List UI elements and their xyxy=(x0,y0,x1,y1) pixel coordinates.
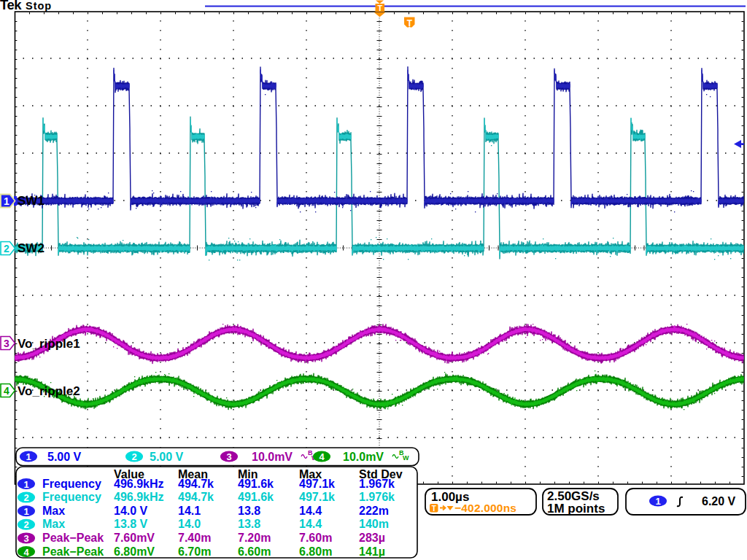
svg-text:4: 4 xyxy=(23,547,29,558)
svg-text:Peak−Peak: Peak−Peak xyxy=(42,545,104,558)
svg-text:13.8: 13.8 xyxy=(238,518,260,530)
svg-text:13.8: 13.8 xyxy=(238,505,260,517)
svg-text:6.80m: 6.80m xyxy=(299,545,332,558)
svg-text:1: 1 xyxy=(23,479,28,490)
svg-text:496.9kHz: 496.9kHz xyxy=(114,478,164,490)
svg-text:3: 3 xyxy=(4,338,9,349)
svg-text:1: 1 xyxy=(655,496,660,507)
svg-text:2: 2 xyxy=(131,451,136,462)
svg-text:497.1k: 497.1k xyxy=(299,491,335,503)
svg-text:491.6k: 491.6k xyxy=(238,491,274,503)
svg-text:7.20m: 7.20m xyxy=(238,532,271,544)
svg-text:Max: Max xyxy=(42,518,65,530)
svg-text:7.60m: 7.60m xyxy=(299,532,332,544)
svg-text:14.1: 14.1 xyxy=(178,505,201,517)
svg-text:496.9kHz: 496.9kHz xyxy=(114,491,164,503)
svg-text:T: T xyxy=(377,4,382,12)
svg-text:−402.000ns: −402.000ns xyxy=(454,502,516,514)
svg-text:14.0: 14.0 xyxy=(178,518,201,530)
svg-text:497.1k: 497.1k xyxy=(299,478,335,490)
svg-text:222m: 222m xyxy=(359,505,389,517)
svg-text:Vo_ripple2: Vo_ripple2 xyxy=(18,384,80,398)
svg-text:4: 4 xyxy=(4,385,9,397)
svg-text:2: 2 xyxy=(23,519,28,530)
svg-text:494.7k: 494.7k xyxy=(178,478,214,490)
svg-text:5.00 V: 5.00 V xyxy=(150,451,184,463)
svg-text:Tek: Tek xyxy=(0,0,22,12)
svg-text:SW2: SW2 xyxy=(18,241,44,255)
svg-text:Peak−Peak: Peak−Peak xyxy=(42,532,104,544)
svg-text:Max: Max xyxy=(42,505,65,517)
svg-text:Vo_ripple1: Vo_ripple1 xyxy=(18,337,80,351)
svg-text:1: 1 xyxy=(23,506,28,517)
svg-text:141µ: 141µ xyxy=(359,545,385,558)
svg-text:Stop: Stop xyxy=(26,0,52,12)
svg-text:1M points: 1M points xyxy=(547,502,605,516)
svg-text:3: 3 xyxy=(23,533,28,544)
svg-text:14.4: 14.4 xyxy=(299,505,322,517)
svg-text:1: 1 xyxy=(26,451,31,462)
svg-text:5.00 V: 5.00 V xyxy=(47,451,82,463)
svg-text:3: 3 xyxy=(226,451,231,462)
svg-text:6.20 V: 6.20 V xyxy=(702,495,736,508)
svg-text:14.0 V: 14.0 V xyxy=(114,505,148,517)
svg-text:1: 1 xyxy=(4,195,9,207)
svg-text:Frequency: Frequency xyxy=(42,478,101,490)
svg-text:2: 2 xyxy=(23,492,28,503)
svg-text:1.976k: 1.976k xyxy=(359,491,395,503)
svg-text:6.80mV: 6.80mV xyxy=(114,545,155,558)
svg-text:10.0mV: 10.0mV xyxy=(343,451,384,463)
svg-text:7.40m: 7.40m xyxy=(178,532,211,544)
svg-text:491.6k: 491.6k xyxy=(238,478,274,490)
svg-text:283µ: 283µ xyxy=(359,532,385,544)
svg-text:14.4: 14.4 xyxy=(299,518,322,530)
svg-text:W: W xyxy=(403,454,409,462)
svg-text:Frequency: Frequency xyxy=(42,491,101,503)
svg-text:6.60m: 6.60m xyxy=(238,545,271,558)
svg-text:13.8 V: 13.8 V xyxy=(114,518,148,530)
svg-text:4: 4 xyxy=(319,451,325,462)
svg-text:2: 2 xyxy=(4,243,9,254)
svg-text:10.0mV: 10.0mV xyxy=(252,451,293,463)
svg-text:1.967k: 1.967k xyxy=(359,478,395,490)
svg-text:7.60mV: 7.60mV xyxy=(114,532,155,544)
svg-text:SW1: SW1 xyxy=(18,194,44,208)
svg-text:494.7k: 494.7k xyxy=(178,491,214,503)
svg-text:6.70m: 6.70m xyxy=(178,545,211,558)
svg-text:T: T xyxy=(432,505,436,513)
svg-text:140m: 140m xyxy=(359,518,389,530)
svg-text:T: T xyxy=(407,18,413,28)
